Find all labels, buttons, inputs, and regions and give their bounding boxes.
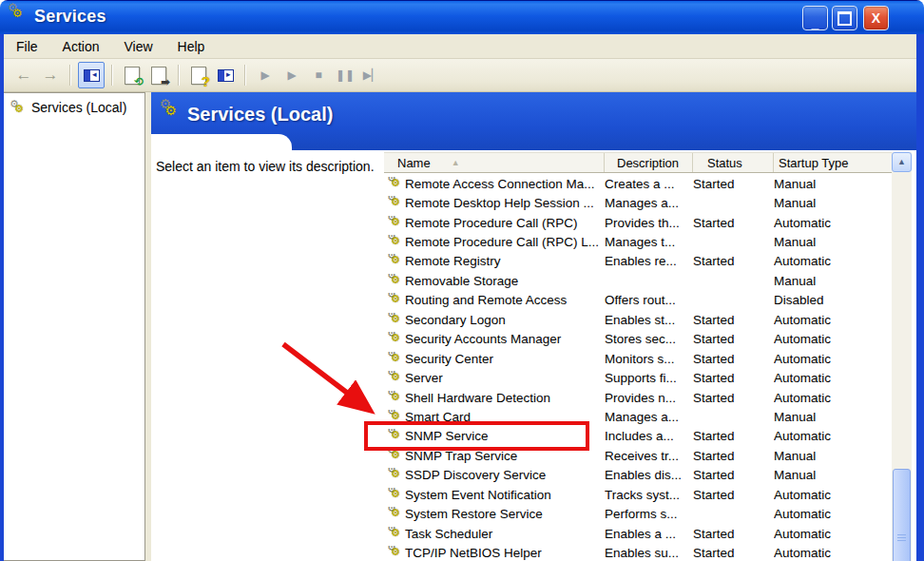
service-name-cell[interactable]: ⚙⚙Removable Storage <box>384 274 605 288</box>
service-gears-icon: ⚙⚙ <box>386 507 402 521</box>
scroll-up-button[interactable]: ▲ <box>892 152 912 172</box>
gear-glyph: ⚙ <box>391 450 400 460</box>
service-gears-icon: ⚙⚙ <box>386 216 402 230</box>
start-service-button[interactable]: ▶ <box>253 63 278 87</box>
service-name: Security Center <box>405 352 493 366</box>
vertical-scrollbar[interactable]: ▲ <box>892 152 912 561</box>
service-name-cell[interactable]: ⚙⚙Remote Access Connection Ma... <box>384 177 605 191</box>
service-name-cell[interactable]: ⚙⚙System Event Notification <box>384 488 605 502</box>
column-label: Status <box>707 156 742 170</box>
service-name-cell[interactable]: ⚙⚙TCP/IP NetBIOS Helper <box>384 546 605 560</box>
menu-view[interactable]: View <box>124 39 152 54</box>
service-startup-type: Automatic <box>774 546 892 560</box>
service-name-cell[interactable]: ⚙⚙Task Scheduler <box>384 527 605 541</box>
service-name: System Event Notification <box>405 488 551 502</box>
service-gears-icon: ⚙⚙ <box>386 488 402 502</box>
service-name-cell[interactable]: ⚙⚙Remote Procedure Call (RPC) L... <box>384 235 605 249</box>
service-row[interactable]: ⚙⚙Task SchedulerEnables a ...StartedAuto… <box>384 524 892 543</box>
menu-action[interactable]: Action <box>63 39 100 54</box>
back-button[interactable]: ← <box>11 63 36 87</box>
stop-service-button[interactable]: ■ <box>306 63 331 87</box>
service-row[interactable]: ⚙⚙Security Accounts ManagerStores sec...… <box>384 330 892 349</box>
menu-file[interactable]: File <box>16 39 38 54</box>
maximize-button[interactable] <box>832 6 857 30</box>
service-row[interactable]: ⚙⚙Remote Desktop Help Session ...Manages… <box>384 193 892 212</box>
service-name-cell[interactable]: ⚙⚙Server <box>384 371 605 385</box>
pause-service-button[interactable]: ❚❚ <box>333 63 357 87</box>
column-header-status[interactable]: Status <box>693 153 774 172</box>
service-row[interactable]: ⚙⚙Remote RegistryEnables re...StartedAut… <box>384 252 892 271</box>
service-description: Creates a ... <box>605 177 693 191</box>
service-name-cell[interactable]: ⚙⚙Remote Registry <box>384 254 605 268</box>
gear-glyph: ⚙ <box>391 469 400 479</box>
console-tree-icon <box>84 69 100 82</box>
gear-glyph: ⚙ <box>14 103 24 114</box>
service-status: Started <box>693 527 774 541</box>
column-header-startup-type[interactable]: Startup Type <box>774 153 892 172</box>
gear-glyph: ⚙ <box>391 236 400 246</box>
column-header-name[interactable]: Name ▲ <box>384 153 605 172</box>
service-description: Enables a ... <box>605 527 693 541</box>
column-header-description[interactable]: Description <box>605 153 693 172</box>
service-name-cell[interactable]: ⚙⚙Security Accounts Manager <box>384 332 605 346</box>
service-row[interactable]: ⚙⚙Remote Procedure Call (RPC) L...Manage… <box>384 232 892 251</box>
service-row[interactable]: ⚙⚙Routing and Remote AccessOffers rout..… <box>384 291 892 310</box>
taskpad-tab-curve <box>151 134 292 157</box>
service-name-cell[interactable]: ⚙⚙Routing and Remote Access <box>384 293 605 307</box>
resume-service-button[interactable]: ▶ <box>279 63 304 87</box>
help-button[interactable]: ? <box>186 63 211 87</box>
maximize-icon <box>837 11 852 26</box>
service-row[interactable]: ⚙⚙Removable StorageManual <box>384 271 892 290</box>
service-row[interactable]: ⚙⚙Remote Procedure Call (RPC)Provides th… <box>384 213 892 232</box>
service-startup-type: Automatic <box>774 371 892 385</box>
service-name-cell[interactable]: ⚙⚙Remote Procedure Call (RPC) <box>384 216 605 230</box>
service-row[interactable]: ⚙⚙Security CenterMonitors s...StartedAut… <box>384 349 892 368</box>
gear-glyph: ⚙ <box>164 104 176 117</box>
service-row[interactable]: ⚙⚙SSDP Discovery ServiceEnables dis...St… <box>384 466 892 485</box>
service-name-cell[interactable]: ⚙⚙Security Center <box>384 352 605 366</box>
service-status: Started <box>693 216 774 230</box>
show-hide-console-tree-button[interactable] <box>78 62 105 88</box>
service-gears-icon: ⚙⚙ <box>386 254 402 268</box>
service-name-cell[interactable]: ⚙⚙System Restore Service <box>384 507 605 521</box>
service-row[interactable]: ⚙⚙ServerSupports fi...StartedAutomatic <box>384 368 892 387</box>
menu-help[interactable]: Help <box>178 39 205 54</box>
service-row[interactable]: ⚙⚙System Event NotificationTracks syst..… <box>384 485 892 504</box>
service-name-cell[interactable]: ⚙⚙SSDP Discovery Service <box>384 468 605 482</box>
gear-glyph: ⚙ <box>391 489 400 499</box>
gear-glyph: ⚙ <box>391 528 400 538</box>
service-row[interactable]: ⚙⚙Shell Hardware DetectionProvides n...S… <box>384 388 892 407</box>
service-name: Server <box>405 371 443 385</box>
titlebar[interactable]: ⚙ ⚙ Services _ X <box>0 0 924 34</box>
service-row[interactable]: ⚙⚙TCP/IP NetBIOS HelperEnables su...Star… <box>384 543 892 561</box>
service-row[interactable]: ⚙⚙System Restore ServicePerforms s...Aut… <box>384 504 892 523</box>
service-startup-type: Automatic <box>774 391 892 405</box>
service-name-cell[interactable]: ⚙⚙Remote Desktop Help Session ... <box>384 196 605 210</box>
gear-glyph: ⚙ <box>12 8 23 19</box>
service-name: Shell Hardware Detection <box>405 391 550 405</box>
list-header: Name ▲ Description Status Startup Type <box>384 152 892 173</box>
export-list-button[interactable]: ➡ <box>146 63 171 87</box>
scrollbar-thumb[interactable] <box>893 469 911 561</box>
stop-icon: ■ <box>315 68 321 82</box>
service-name: System Restore Service <box>405 507 543 521</box>
service-gears-icon: ⚙ ⚙ <box>10 101 26 115</box>
tree-item-services-local[interactable]: ⚙ ⚙ Services (Local) <box>4 93 144 115</box>
close-button[interactable]: X <box>863 6 889 30</box>
service-row[interactable]: ⚙⚙Remote Access Connection Ma...Creates … <box>384 174 892 193</box>
service-name-cell[interactable]: ⚙⚙Secondary Logon <box>384 313 605 327</box>
question-glyph: ? <box>202 76 210 87</box>
minimize-button[interactable]: _ <box>802 6 828 30</box>
service-name-cell[interactable]: ⚙⚙SNMP Trap Service <box>384 449 605 463</box>
service-name: TCP/IP NetBIOS Helper <box>405 546 542 560</box>
forward-button[interactable]: → <box>38 63 63 87</box>
service-startup-type: Automatic <box>774 507 892 521</box>
service-row[interactable]: ⚙⚙Secondary LogonEnables st...StartedAut… <box>384 310 892 329</box>
show-properties-button[interactable] <box>213 63 238 87</box>
console-tree-panel: ⚙ ⚙ Services (Local) <box>4 92 145 561</box>
restart-service-button[interactable]: ▶▏ <box>359 63 384 87</box>
service-gears-icon: ⚙⚙ <box>386 196 402 210</box>
refresh-button[interactable]: ⟲ <box>120 63 144 87</box>
service-startup-type: Disabled <box>774 293 892 307</box>
service-name-cell[interactable]: ⚙⚙Shell Hardware Detection <box>384 391 605 405</box>
